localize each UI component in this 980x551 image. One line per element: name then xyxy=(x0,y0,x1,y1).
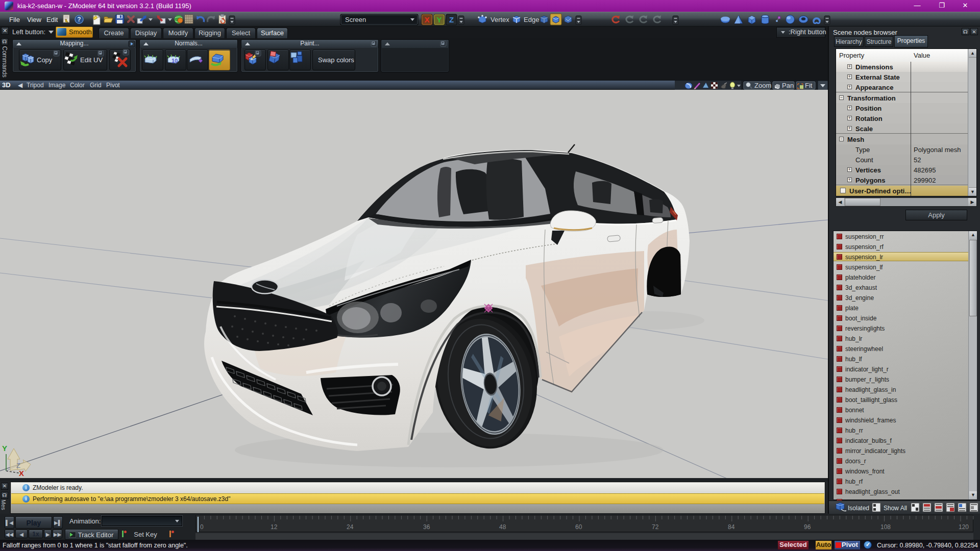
svg-text:Vertex: Vertex xyxy=(491,16,509,23)
svg-text:Y: Y xyxy=(2,444,7,453)
svg-text:Z: Z xyxy=(449,15,454,24)
svg-text:Y: Y xyxy=(436,15,442,24)
svg-text:Zoom: Zoom xyxy=(754,82,771,89)
svg-text:Show All: Show All xyxy=(884,505,907,512)
svg-text:Z: Z xyxy=(16,462,20,469)
svg-text:X: X xyxy=(424,15,429,24)
svg-text:10: 10 xyxy=(172,58,178,64)
svg-text:X: X xyxy=(19,469,24,478)
svg-text:Fit: Fit xyxy=(805,82,813,89)
svg-text:?: ? xyxy=(77,16,81,23)
svg-text:Edge: Edge xyxy=(524,16,539,23)
svg-text:Pan: Pan xyxy=(782,82,794,89)
svg-text:Screen: Screen xyxy=(345,16,366,23)
svg-text:Isolated: Isolated xyxy=(848,505,869,512)
